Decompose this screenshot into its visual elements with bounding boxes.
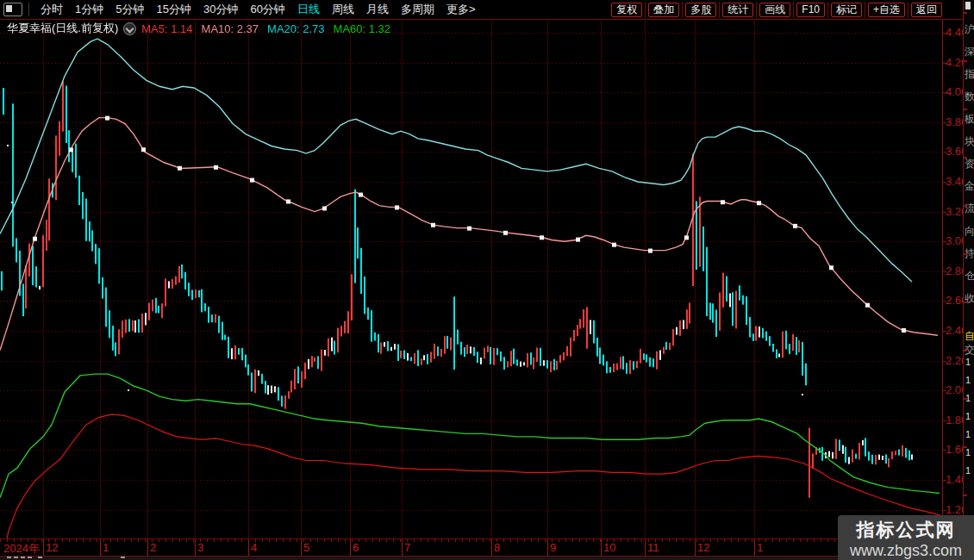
toolbar-button[interactable]: 画线 (759, 3, 790, 17)
toolbar-divider (28, 3, 29, 16)
month-separator (147, 539, 148, 556)
month-label: 8 (494, 541, 500, 554)
stock-title: 华夏幸福(日线.前复权) (7, 21, 118, 36)
ma-legend-item: MA5: 1.14 (141, 22, 192, 35)
period-tab[interactable]: 日线 (291, 2, 326, 17)
cutoff-text-fragment (38, 557, 42, 558)
cutoff-text-fragment (28, 557, 32, 558)
period-tab[interactable]: 1分钟 (69, 2, 109, 17)
side-panel-tick (964, 12, 967, 14)
side-panel-truncated-label: 金 (965, 181, 974, 192)
side-panel-truncated-label: 板 (965, 114, 974, 125)
month-label: 2 (150, 541, 156, 554)
toolbar-button[interactable]: 叠加 (648, 3, 679, 17)
price-axis-tick (942, 182, 946, 183)
time-axis[interactable]: 2024年 121234567891011121 (0, 538, 942, 557)
side-panel-truncated-value: 1 (965, 447, 971, 457)
price-axis-line (942, 20, 943, 555)
period-tab[interactable]: 30分钟 (197, 2, 244, 17)
period-tab[interactable]: 更多> (440, 2, 482, 17)
side-panel-tick (964, 60, 967, 62)
period-tab[interactable]: 60分钟 (244, 2, 290, 17)
action-buttons: 复权叠加多股统计画线F10标记+自选返回 (611, 2, 942, 18)
right-side-panel-edge[interactable]: 沪深指数板块资金流向持仓收自交1111111 (963, 0, 974, 560)
period-menu: 分时1分钟5分钟15分钟30分钟60分钟日线周线月线多周期更多> (3, 0, 481, 19)
price-axis-tick (942, 420, 946, 421)
month-label: 12 (697, 541, 709, 554)
price-axis-tick (942, 390, 946, 391)
chart-legend: 华夏幸福(日线.前复权) MA5: 1.14MA10: 2.37MA20: 2.… (7, 22, 399, 35)
ma-legend-item: MA60: 1.32 (334, 22, 391, 35)
toolbar-button[interactable]: 统计 (722, 3, 753, 17)
side-panel-truncated-label: 向 (965, 226, 974, 237)
toolbar-button[interactable]: +自选 (868, 3, 905, 17)
watermark-title: 指标公式网 (838, 518, 974, 542)
button-divider (719, 2, 720, 18)
cutoff-text-fragment (7, 557, 11, 558)
button-divider (645, 2, 646, 18)
period-tab[interactable]: 5分钟 (109, 2, 150, 17)
price-axis-tick (942, 450, 946, 451)
side-panel-active-tab[interactable]: 自 (965, 331, 974, 342)
toolbar-button[interactable]: 复权 (611, 3, 642, 17)
month-separator (195, 539, 196, 556)
price-axis-tick (942, 152, 946, 152)
month-label: 4 (251, 541, 257, 554)
side-panel-truncated-label: 仓 (965, 271, 974, 282)
ma-legend-item: MA10: 2.37 (202, 22, 259, 35)
year-label: 2024年 (3, 541, 40, 557)
toolbar-button[interactable]: 返回 (911, 3, 942, 17)
layout-toggle-icon[interactable] (3, 3, 22, 16)
side-panel-truncated-label: 深 (965, 47, 974, 58)
side-panel-truncated-value: 1 (965, 357, 971, 367)
month-label: 6 (353, 541, 359, 554)
side-panel-truncated-label: 资 (965, 159, 974, 170)
button-divider (827, 2, 828, 18)
month-separator (248, 539, 249, 556)
price-axis-tick (942, 480, 946, 481)
side-panel-truncated-label: 沪 (965, 24, 974, 35)
toolbar-button[interactable]: 标记 (831, 3, 862, 17)
cutoff-text-fragment (14, 557, 18, 558)
chevron-down-icon[interactable] (123, 22, 136, 35)
time-axis-ticks (0, 539, 942, 542)
month-separator (645, 539, 646, 556)
month-separator (43, 539, 44, 556)
side-panel-tick (964, 302, 967, 303)
month-label: 7 (404, 541, 410, 554)
month-label: 9 (550, 541, 556, 554)
toolbar-button[interactable]: 多股 (685, 3, 716, 17)
button-divider (756, 2, 757, 18)
side-panel-truncated-value: 1 (965, 465, 971, 476)
month-separator (491, 539, 492, 556)
toolbar-button[interactable]: F10 (796, 3, 825, 17)
price-axis-tick (942, 301, 946, 302)
kline-chart-canvas[interactable] (0, 20, 942, 538)
side-panel-tick (964, 109, 967, 110)
month-label: 10 (603, 541, 615, 554)
panel-glyph (965, 2, 971, 9)
price-axis-tick (942, 510, 946, 511)
period-tab[interactable]: 多周期 (395, 2, 440, 17)
price-axis-tick (942, 331, 946, 332)
period-tab[interactable]: 15分钟 (150, 2, 197, 17)
side-panel-truncated-value: 1 (965, 429, 971, 439)
period-tab[interactable]: 分时 (34, 2, 69, 17)
month-separator (301, 539, 302, 556)
month-separator (601, 539, 602, 556)
period-tab[interactable]: 周线 (326, 2, 360, 17)
side-panel-tick (964, 398, 967, 400)
month-label: 11 (647, 541, 659, 554)
month-label: 5 (303, 541, 309, 554)
side-panel-tick (964, 350, 967, 352)
month-separator (695, 539, 696, 556)
price-axis-tick (942, 33, 946, 34)
side-panel-tick (964, 253, 967, 255)
watermark-badge: 指标公式网 www.zbgs3.com (838, 515, 974, 560)
price-axis-tick (942, 271, 946, 272)
period-tab[interactable]: 月线 (360, 2, 395, 17)
side-panel-tick (964, 205, 967, 207)
month-label: 12 (46, 541, 58, 554)
side-panel-tick (964, 446, 967, 448)
month-label: 3 (197, 541, 203, 554)
